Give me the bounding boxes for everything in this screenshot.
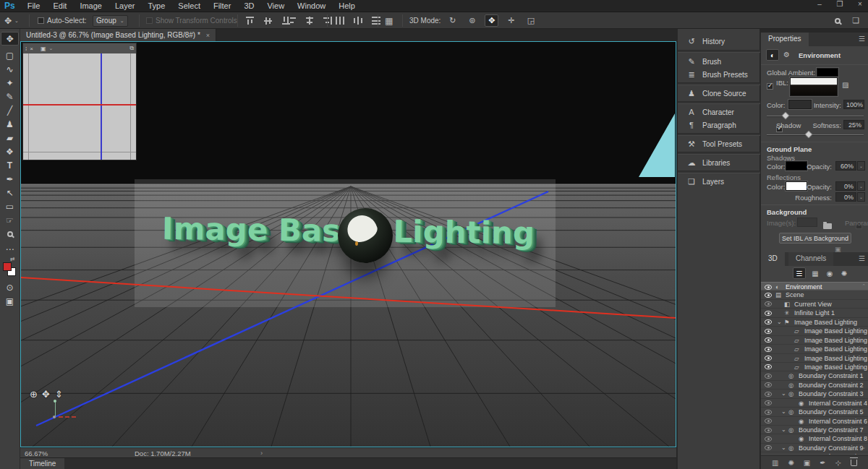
workspace-icon[interactable]: ❏ xyxy=(852,16,859,25)
tool-icon-move[interactable]: ✥ ⌄ xyxy=(4,12,19,29)
ibl-thumbnail[interactable] xyxy=(790,77,838,96)
scene-item-environment[interactable]: ◐Environment xyxy=(761,282,868,291)
mixer-brush-tool[interactable]: ❖ xyxy=(0,145,20,158)
chevron-down-icon[interactable]: ⌄ xyxy=(857,161,865,171)
scene-item-constraint[interactable]: ◎Boundary Constraint 2 xyxy=(761,381,868,390)
dock-button-paragraph[interactable]: ¶Paragraph xyxy=(678,119,760,132)
filter-materials-icon[interactable]: ◉ xyxy=(823,267,836,279)
chevron-down-icon[interactable]: ⌄ xyxy=(781,390,786,398)
scene-item-mesh[interactable]: ▱Image Based Lighting Front ... xyxy=(761,336,868,345)
pen-tool[interactable]: ✒ xyxy=(0,172,20,186)
menu-file[interactable]: File xyxy=(21,1,47,10)
visibility-eye-icon[interactable] xyxy=(765,445,772,450)
folder-icon[interactable] xyxy=(823,219,832,232)
dock-button-layers[interactable]: ❏Layers xyxy=(678,175,760,188)
ibl-icon[interactable]: ▣ xyxy=(804,459,810,467)
type-tool[interactable]: T xyxy=(0,158,20,172)
orbit-camera-icon[interactable]: ⊕ xyxy=(30,389,38,400)
set-ibl-background-button[interactable]: Set IBL As Background xyxy=(779,233,851,244)
ibl-checkbox[interactable] xyxy=(767,83,773,90)
visibility-eye-icon[interactable] xyxy=(765,347,772,352)
document-canvas[interactable]: Image Based Lighting ⁞ × ▣ ⌄ ⧉ ⊕ ✥ ⇕ xyxy=(20,41,676,447)
scene-item-constraint[interactable]: ⌄◎Boundary Constraint 5 xyxy=(761,408,868,416)
scene-item-scene[interactable]: ▤Scene xyxy=(761,291,868,299)
distribute-center-icon[interactable] xyxy=(354,17,363,25)
render-icon[interactable]: ✒ xyxy=(820,459,825,467)
chevron-down-icon[interactable]: ⌄ xyxy=(781,444,786,452)
dock-button-brush-presets[interactable]: ≣Brush Presets xyxy=(678,68,760,81)
dock-button-tool-presets[interactable]: ⚒Tool Presets xyxy=(678,137,760,150)
visibility-eye-icon[interactable] xyxy=(765,410,772,415)
zoom-level-field[interactable]: 66.67% xyxy=(25,449,48,457)
dock-button-clone-source[interactable]: ♟Clone Source xyxy=(678,87,760,100)
tab-channels[interactable]: Channels xyxy=(788,252,833,266)
tab-3d[interactable]: 3D xyxy=(761,252,785,266)
visibility-eye-icon[interactable] xyxy=(765,400,772,405)
refl-color-swatch[interactable] xyxy=(786,181,807,191)
global-ambient-swatch[interactable] xyxy=(817,68,838,77)
foreground-color-swatch[interactable] xyxy=(3,262,12,271)
group-dropdown[interactable]: Group⌄ xyxy=(93,12,128,29)
refl-opacity-field[interactable]: 0% xyxy=(835,181,856,191)
menu-3d[interactable]: 3D xyxy=(237,1,260,10)
scene-item-ibl[interactable]: ⌄⚑Image Based Lighting xyxy=(761,318,868,327)
scene-item-current-view[interactable]: ◧Current View xyxy=(761,300,868,309)
status-chevron-icon[interactable]: › xyxy=(260,449,263,457)
visibility-eye-icon[interactable] xyxy=(765,428,772,433)
move-tool[interactable]: ✥ xyxy=(1,32,19,46)
visibility-eye-icon[interactable] xyxy=(765,418,772,423)
restore-button[interactable]: ❐ xyxy=(835,0,845,8)
scroll-up-icon[interactable]: ⌃ xyxy=(861,283,866,289)
chevron-down-icon[interactable]: ⌄ xyxy=(857,181,865,191)
menu-view[interactable]: View xyxy=(260,1,291,10)
tab-properties[interactable]: Properties xyxy=(761,33,809,46)
align-left-icon[interactable] xyxy=(287,17,297,25)
align-top-icon[interactable] xyxy=(246,17,255,25)
coordinates-icon[interactable]: ⊹ xyxy=(835,459,841,467)
dock-button-history[interactable]: ↺History xyxy=(678,35,760,48)
drag-3d-icon[interactable]: ✥ xyxy=(485,14,498,27)
roughness-field[interactable]: 0% xyxy=(835,192,856,202)
panel-menu-icon[interactable]: ☰ xyxy=(859,254,865,262)
scene-item-constraint[interactable]: ◉Internal Constraint 8 xyxy=(761,434,868,443)
close-button[interactable]: × xyxy=(855,0,865,8)
swap-view-icon[interactable]: ⧉ xyxy=(129,45,134,52)
scene-item-mesh[interactable]: ▱Image Based Lighting Back B... xyxy=(761,354,868,363)
eraser-tool[interactable]: ▰ xyxy=(0,131,20,145)
close-view-icon[interactable]: × xyxy=(30,46,33,52)
menu-filter[interactable]: Filter xyxy=(207,1,237,10)
new-mesh-icon[interactable]: ▥ xyxy=(772,459,778,467)
dock-button-character[interactable]: ACharacter xyxy=(678,106,760,119)
menu-image[interactable]: Image xyxy=(73,1,109,10)
filter-meshes-icon[interactable]: ▦ xyxy=(809,267,822,279)
visibility-eye-icon[interactable] xyxy=(765,392,772,397)
edit-toolbar-button[interactable]: ⋯ xyxy=(0,242,20,256)
rectangle-tool[interactable]: ▭ xyxy=(0,199,20,213)
swap-colors-icon[interactable]: ⇄ xyxy=(10,256,15,262)
align-vcenter-icon[interactable] xyxy=(264,17,273,25)
new-light-icon[interactable]: ✺ xyxy=(788,459,793,467)
menu-edit[interactable]: Edit xyxy=(46,1,73,10)
chevron-down-icon[interactable]: ⌄ xyxy=(777,318,782,327)
visibility-eye-icon[interactable] xyxy=(765,374,772,379)
visibility-eye-icon[interactable] xyxy=(765,329,772,334)
screen-mode-button[interactable]: ▣ xyxy=(0,294,20,308)
scene-item-constraint[interactable]: ◉Internal Constraint 10 xyxy=(761,452,868,455)
scene-item-infinite-light[interactable]: ✳Infinite Light 1 xyxy=(761,309,868,317)
scene-item-mesh[interactable]: ▱Image Based Lighting Front I... xyxy=(761,327,868,335)
clone-stamp-tool[interactable]: ♟ xyxy=(0,117,20,131)
scene-item-mesh[interactable]: ▱Image Based Lighting Extrusi... xyxy=(761,345,868,353)
brush-tool[interactable]: ╱ xyxy=(0,103,20,117)
delete-icon[interactable] xyxy=(851,460,857,466)
roll-3d-icon[interactable]: ⊚ xyxy=(465,14,479,27)
hand-tool[interactable]: ☞ xyxy=(0,213,20,227)
visibility-eye-icon[interactable] xyxy=(765,382,772,387)
tab-timeline[interactable]: Timeline xyxy=(20,458,64,469)
scene-item-constraint[interactable]: ◎Boundary Constraint 1 xyxy=(761,371,868,380)
texture-icon[interactable]: ▨ xyxy=(842,81,848,89)
zoom-camera-icon[interactable]: ⇕ xyxy=(55,389,63,400)
softness-field[interactable]: 25% xyxy=(843,120,864,129)
environment-icon[interactable]: ◐ xyxy=(766,49,779,61)
search-icon[interactable] xyxy=(835,18,841,24)
orbit-3d-icon[interactable]: ↻ xyxy=(446,14,459,27)
